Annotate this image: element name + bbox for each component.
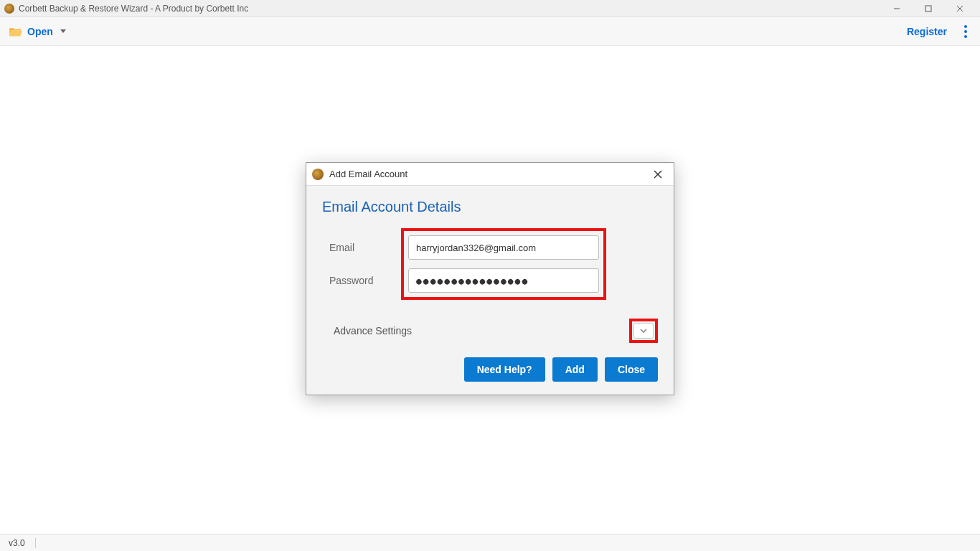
dialog-title: Add Email Account <box>329 169 407 179</box>
main-toolbar: Open Register <box>0 17 980 46</box>
minimize-button[interactable] <box>881 0 913 17</box>
maximize-button[interactable] <box>913 0 944 17</box>
close-window-button[interactable] <box>944 0 976 17</box>
folder-open-icon <box>9 26 23 37</box>
dialog-titlebar: Add Email Account <box>306 163 674 186</box>
dialog-heading: Email Account Details <box>319 199 661 215</box>
more-options-button[interactable] <box>960 25 971 38</box>
version-label: v3.0 <box>9 538 25 548</box>
open-button[interactable]: Open <box>9 26 66 37</box>
advance-expand-button[interactable] <box>633 323 654 339</box>
advance-expand-highlight <box>629 319 658 343</box>
close-icon <box>654 170 662 179</box>
chevron-down-icon <box>60 29 66 33</box>
window-titlebar: Corbett Backup & Restore Wizard - A Prod… <box>0 0 980 17</box>
add-button[interactable]: Add <box>552 357 598 382</box>
close-button[interactable]: Close <box>605 357 658 382</box>
open-label: Open <box>27 26 53 37</box>
status-bar: v3.0 <box>0 534 980 551</box>
need-help-button[interactable]: Need Help? <box>464 357 545 382</box>
email-label: Email <box>329 242 401 253</box>
advance-settings-label: Advance Settings <box>334 325 412 336</box>
window-title: Corbett Backup & Restore Wizard - A Prod… <box>19 4 248 14</box>
chevron-down-icon <box>639 326 648 335</box>
svg-rect-1 <box>925 6 931 11</box>
password-label: Password <box>329 275 401 286</box>
dialog-close-button[interactable] <box>648 164 668 184</box>
app-icon <box>4 4 14 14</box>
email-field[interactable] <box>408 235 599 260</box>
status-divider <box>35 538 36 548</box>
credentials-highlight: Email Password <box>401 228 606 300</box>
add-email-account-dialog: Add Email Account Email Account Details … <box>306 162 674 395</box>
register-link[interactable]: Register <box>907 26 947 37</box>
password-field[interactable] <box>408 268 599 293</box>
dialog-app-icon <box>312 169 324 180</box>
